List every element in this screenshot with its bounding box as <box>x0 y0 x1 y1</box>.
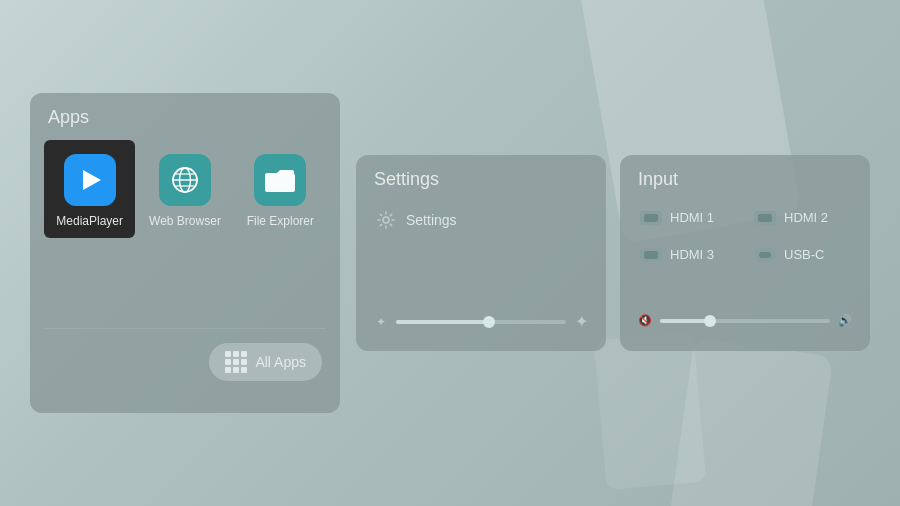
hdmi3-label: HDMI 3 <box>670 247 714 262</box>
grid-dot <box>233 359 239 365</box>
brightness-slider-row: ✦ ✦ <box>370 306 592 337</box>
fileexplorer-icon <box>254 154 306 206</box>
usbc-label: USB-C <box>784 247 824 262</box>
middle-panels: Settings Settings ✦ <box>356 155 870 351</box>
hdmi3-icon <box>640 248 662 262</box>
svg-rect-6 <box>265 176 295 192</box>
play-triangle-icon <box>83 170 101 190</box>
hdmi2-label: HDMI 2 <box>784 210 828 225</box>
grid-dot <box>225 351 231 357</box>
apps-grid: MediaPlayer Web Browser <box>44 140 326 238</box>
usbc-icon <box>754 248 776 262</box>
apps-divider <box>44 328 326 329</box>
input-grid: HDMI 1 HDMI 2 HDMI 3 USB-C <box>634 202 856 270</box>
settings-spacer <box>370 238 592 298</box>
grid-dot <box>241 367 247 373</box>
input-item-hdmi2[interactable]: HDMI 2 <box>748 202 856 233</box>
apps-panel: Apps MediaPlayer <box>30 93 340 413</box>
settings-panel: Settings Settings ✦ <box>356 155 606 351</box>
input-panel: Input HDMI 1 HDMI 2 HDMI 3 <box>620 155 870 351</box>
app-item-mediaplayer[interactable]: MediaPlayer <box>44 140 135 238</box>
hdmi1-label: HDMI 1 <box>670 210 714 225</box>
volume-min-icon: 🔇 <box>638 314 652 327</box>
webbrowser-icon <box>159 154 211 206</box>
apps-empty-row <box>44 242 326 322</box>
grid-dot <box>225 359 231 365</box>
app-item-webbrowser[interactable]: Web Browser <box>139 140 230 238</box>
app-item-fileexplorer[interactable]: File Explorer <box>235 140 326 238</box>
all-apps-label: All Apps <box>255 354 306 370</box>
all-apps-button[interactable]: All Apps <box>209 343 322 381</box>
main-content: Apps MediaPlayer <box>0 0 900 506</box>
right-panels: Settings Settings ✦ <box>356 155 870 351</box>
mediaplayer-label: MediaPlayer <box>56 214 123 228</box>
volume-slider-track[interactable] <box>660 319 830 323</box>
brightness-slider-thumb <box>483 316 495 328</box>
brightness-max-icon: ✦ <box>574 312 588 331</box>
empty-cell-2 <box>139 242 230 322</box>
grid-dot <box>225 367 231 373</box>
input-panel-title: Input <box>634 169 856 190</box>
svg-point-7 <box>383 217 389 223</box>
hdmi1-icon <box>640 211 662 225</box>
empty-cell-1 <box>44 242 135 322</box>
input-item-usbc[interactable]: USB-C <box>748 239 856 270</box>
mediaplayer-icon <box>64 154 116 206</box>
fileexplorer-label: File Explorer <box>247 214 314 228</box>
all-apps-row: All Apps <box>44 337 326 387</box>
webbrowser-label: Web Browser <box>149 214 221 228</box>
brightness-slider-fill <box>396 320 490 324</box>
folder-svg <box>264 166 296 194</box>
grid-dot <box>233 351 239 357</box>
grid-dot <box>241 359 247 365</box>
volume-slider-fill <box>660 319 711 323</box>
brightness-slider-track[interactable] <box>396 320 566 324</box>
grid-icon <box>225 351 247 373</box>
settings-menu-label: Settings <box>406 212 457 228</box>
volume-slider-row: 🔇 🔊 <box>634 308 856 333</box>
apps-panel-title: Apps <box>44 107 326 128</box>
gear-icon <box>376 210 396 230</box>
volume-slider-thumb <box>704 315 716 327</box>
settings-panel-title: Settings <box>370 169 592 190</box>
input-item-hdmi1[interactable]: HDMI 1 <box>634 202 742 233</box>
grid-dot <box>233 367 239 373</box>
input-spacer <box>634 270 856 300</box>
globe-svg <box>170 165 200 195</box>
input-item-hdmi3[interactable]: HDMI 3 <box>634 239 742 270</box>
empty-cell-3 <box>235 242 326 322</box>
brightness-min-icon: ✦ <box>374 315 388 329</box>
grid-dot <box>241 351 247 357</box>
volume-max-icon: 🔊 <box>838 314 852 327</box>
hdmi2-icon <box>754 211 776 225</box>
settings-item[interactable]: Settings <box>370 202 592 238</box>
